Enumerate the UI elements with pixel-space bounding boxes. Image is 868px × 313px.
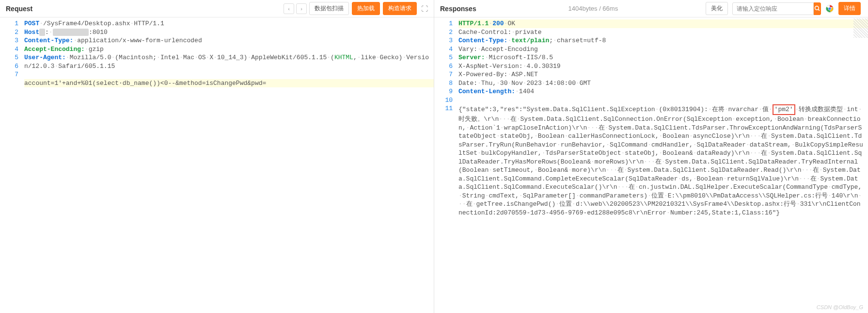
nav-prev-button[interactable]: ‹ (284, 3, 294, 14)
search-input[interactable] (732, 2, 814, 15)
watermark: CSDN @OldBoy_G (817, 304, 863, 310)
svg-point-0 (815, 6, 819, 10)
svg-line-1 (818, 9, 820, 11)
nav-next-button[interactable]: › (296, 3, 307, 14)
request-code[interactable]: 1234567 POST·/SysFrame4/Desktop.ashx·HTT… (0, 17, 434, 313)
response-header: Responses 1404bytes / 66ms 美化 详情 (434, 0, 868, 17)
response-code[interactable]: 1234567891011 HTTP/1.1·200·OKCache-Contr… (434, 17, 868, 313)
detail-button[interactable]: 详情 (838, 2, 861, 15)
response-content[interactable]: HTTP/1.1·200·OKCache-Control:·privateCon… (458, 17, 868, 313)
qr-icon[interactable] (853, 18, 868, 38)
scan-button[interactable]: 数据包扫描 (309, 2, 349, 15)
response-title: Responses (440, 5, 476, 13)
request-content[interactable]: POST·/SysFrame4/Desktop.ashx·HTTP/1.1Hos… (24, 17, 434, 313)
construct-button[interactable]: 构造请求 (383, 2, 417, 15)
request-header: Request ‹ › 数据包扫描 热加载 构造请求 ⛶ (0, 0, 434, 17)
request-title: Request (6, 5, 32, 13)
request-gutter: 1234567 (0, 17, 24, 313)
chrome-icon[interactable] (825, 4, 834, 13)
response-gutter: 1234567891011 (434, 17, 458, 313)
search-icon (814, 5, 821, 12)
expand-icon[interactable]: ⛶ (421, 5, 428, 13)
hotload-button[interactable]: 热加载 (352, 2, 380, 15)
response-meta: 1404bytes / 66ms (568, 5, 618, 12)
svg-point-4 (828, 7, 831, 10)
request-panel: Request ‹ › 数据包扫描 热加载 构造请求 ⛶ 1234567 POS… (0, 0, 434, 313)
search-button[interactable] (814, 2, 821, 15)
beautify-button[interactable]: 美化 (706, 2, 728, 15)
response-panel: Responses 1404bytes / 66ms 美化 详情 1234567… (434, 0, 868, 313)
search-box (732, 2, 820, 15)
